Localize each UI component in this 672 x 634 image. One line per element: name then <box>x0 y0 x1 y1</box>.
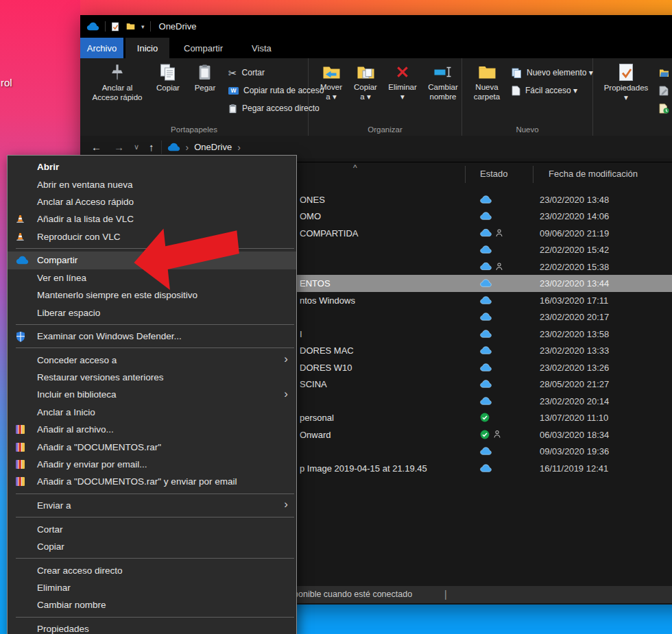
file-status <box>480 262 503 271</box>
defender-icon <box>16 331 25 342</box>
context-menu-item-cortar[interactable]: Cortar <box>8 520 296 537</box>
context-menu-item-propiedades[interactable]: Propiedades <box>8 620 296 634</box>
context-menu-item-examinar-con-windows-defender[interactable]: Examinar con Windows Defender... <box>8 328 296 345</box>
column-header-fecha[interactable]: Fecha de modificación <box>549 169 638 179</box>
ribbon-button-propiedades[interactable]: Propiedades ▾ <box>599 58 653 102</box>
cloud-icon <box>480 447 492 455</box>
context-menu-item-conceder-acceso-a[interactable]: Conceder acceso a› <box>8 351 296 368</box>
ribbon-tabs: ArchivoInicioCompartirVista <box>80 38 672 58</box>
rename-icon <box>433 63 453 81</box>
ribbon-button-historial[interactable]: Historial <box>659 99 672 117</box>
file-status <box>480 413 490 422</box>
column-divider[interactable] <box>465 166 466 183</box>
context-menu-item-anclar-a-inicio[interactable]: Anclar a Inicio <box>8 404 296 421</box>
context-menu-item-añadir-a-documentos-rar-y-enviar-por-email[interactable]: Añadir a "DOCUMENTOS.rar" y enviar por e… <box>8 473 296 490</box>
chevron-right-icon[interactable]: › <box>237 142 241 153</box>
breadcrumb[interactable]: › OneDrive › <box>167 142 241 153</box>
context-menu-item-restaurar-versiones-anteriores[interactable]: Restaurar versiones anteriores <box>8 369 296 386</box>
titlebar-separator <box>105 21 106 32</box>
file-date: 23/02/2020 20:14 <box>540 395 609 406</box>
quick-access-dropdown-icon[interactable]: ▾ <box>141 23 145 30</box>
ribbon-button-anclar-al-acceso-rápido[interactable]: Anclar al Acceso rápido <box>86 58 149 102</box>
file-status <box>480 245 492 254</box>
tab-inicio[interactable]: Inicio <box>125 38 169 58</box>
sort-caret-icon[interactable]: ^ <box>353 163 357 173</box>
status-text: Disponible cuando esté conectado <box>281 589 412 599</box>
menu-separator <box>8 514 296 520</box>
ribbon-button-nueva-carpeta[interactable]: Nueva carpeta <box>468 58 506 101</box>
tab-vista[interactable]: Vista <box>237 38 286 58</box>
ribbon-button-copiar[interactable]: Copiar <box>149 58 187 93</box>
person-icon <box>496 228 503 237</box>
open-icon <box>659 69 669 77</box>
chevron-right-icon[interactable]: › <box>186 142 189 153</box>
ribbon-button-mover-a[interactable]: Mover a ▾ <box>314 58 348 101</box>
context-menu-item-añadir-al-archivo[interactable]: Añadir al archivo... <box>8 421 296 438</box>
ribbon-button-pegar[interactable]: Pegar <box>187 58 223 93</box>
tab-archivo[interactable]: Archivo <box>80 38 123 58</box>
desktop-icon-label: rol <box>1 77 12 88</box>
back-button[interactable]: ← <box>91 141 101 153</box>
column-divider[interactable] <box>533 166 533 183</box>
winrar-icon <box>16 477 25 486</box>
file-date: 13/07/2020 11:10 <box>540 413 608 423</box>
context-menu-item-liberar-espacio[interactable]: Liberar espacio <box>8 304 296 321</box>
ribbon-button-modificar[interactable]: Modificar <box>659 82 672 99</box>
column-header-estado[interactable]: Estado <box>480 169 507 179</box>
ribbon-group-label: Organizar <box>309 125 461 134</box>
ribbon-button-eliminar[interactable]: Eliminar ▾ <box>383 58 422 101</box>
ribbon-group-portapapeles: Anclar al Acceso rápidoCopiarPegar✂Corta… <box>80 58 309 136</box>
ribbon-button-cambiar-nombre[interactable]: Cambiar nombre <box>422 58 464 101</box>
cloud-icon <box>480 279 492 287</box>
menu-separator <box>8 321 296 328</box>
check-icon <box>480 430 490 439</box>
context-menu-item-añadir-a-documentos-rar[interactable]: Añadir a "DOCUMENTOS.rar" <box>8 438 296 455</box>
context-menu-item-enviar-a[interactable]: Enviar a› <box>8 497 296 514</box>
context-menu-item-eliminar[interactable]: Eliminar <box>8 579 296 596</box>
context-menu-item-incluir-en-biblioteca[interactable]: Incluir en biblioteca› <box>8 386 296 403</box>
cloud-icon <box>480 363 492 371</box>
easyaccess-icon <box>512 86 520 96</box>
quick-access-properties-icon[interactable] <box>111 22 119 32</box>
forward-button[interactable]: → <box>114 141 124 153</box>
up-button[interactable]: ↑ <box>149 141 154 153</box>
file-status <box>480 363 492 371</box>
file-status <box>480 195 492 204</box>
file-status <box>480 397 492 405</box>
context-menu: AbrirAbrir en ventana nuevaAnclar al Acc… <box>7 155 297 634</box>
ribbon-button-nuevo-elemento[interactable]: Nuevo elemento ▾ <box>512 64 593 82</box>
breadcrumb-onedrive[interactable]: OneDrive <box>194 142 232 152</box>
ribbon-button-copiar-a[interactable]: Copiar a ▾ <box>348 58 383 101</box>
move-icon <box>322 63 341 81</box>
file-date: 06/03/2020 18:34 <box>540 429 609 439</box>
ribbon-button-fácil-acceso[interactable]: Fácil acceso ▾ <box>512 82 593 99</box>
quick-access-folder-icon[interactable] <box>126 23 135 30</box>
tab-compartir[interactable]: Compartir <box>169 38 237 58</box>
file-name: ENTOS <box>300 278 331 289</box>
desktop: rol ▾ OneDrive ArchivoInicioCompartirVis… <box>0 0 672 634</box>
file-name: DORES W10 <box>300 362 352 372</box>
vlc-icon <box>16 232 25 241</box>
context-menu-item-copiar[interactable]: Copiar <box>8 538 296 555</box>
file-status <box>480 296 492 304</box>
file-date: 23/02/2020 13:48 <box>540 194 609 204</box>
ribbon-button-abrir[interactable]: Abrir <box>659 64 672 82</box>
context-menu-item-cambiar-nombre[interactable]: Cambiar nombre <box>8 596 296 613</box>
context-menu-item-abrir-en-ventana-nueva[interactable]: Abrir en ventana nueva <box>8 175 296 193</box>
context-menu-item-añadir-a-la-lista-de-vlc[interactable]: Añadir a la lista de VLC <box>8 210 296 228</box>
context-menu-item-anclar-al-acceso-rápido[interactable]: Anclar al Acceso rápido <box>8 193 296 210</box>
ribbon-group-label: Nuevo <box>462 125 592 134</box>
context-menu-item-abrir[interactable]: Abrir <box>8 158 296 175</box>
context-menu-item-crear-acceso-directo[interactable]: Crear acceso directo <box>8 561 296 578</box>
file-date: 22/02/2020 15:38 <box>540 261 609 271</box>
file-date: 23/02/2020 13:26 <box>540 362 609 372</box>
file-date: 23/02/2020 14:06 <box>540 211 609 221</box>
ribbon-group-label: Abrir <box>593 125 672 134</box>
paste-icon <box>197 63 213 82</box>
recent-locations-icon[interactable]: ∨ <box>134 143 139 151</box>
cloud-icon <box>480 346 492 354</box>
context-menu-item-añadir-y-enviar-por-email[interactable]: Añadir y enviar por email... <box>8 456 296 473</box>
annotation-arrow <box>130 219 245 295</box>
ribbon-group-nuevo: Nueva carpetaNuevo elemento ▾Fácil acces… <box>462 58 593 136</box>
scissors-icon: ✂ <box>228 68 237 78</box>
